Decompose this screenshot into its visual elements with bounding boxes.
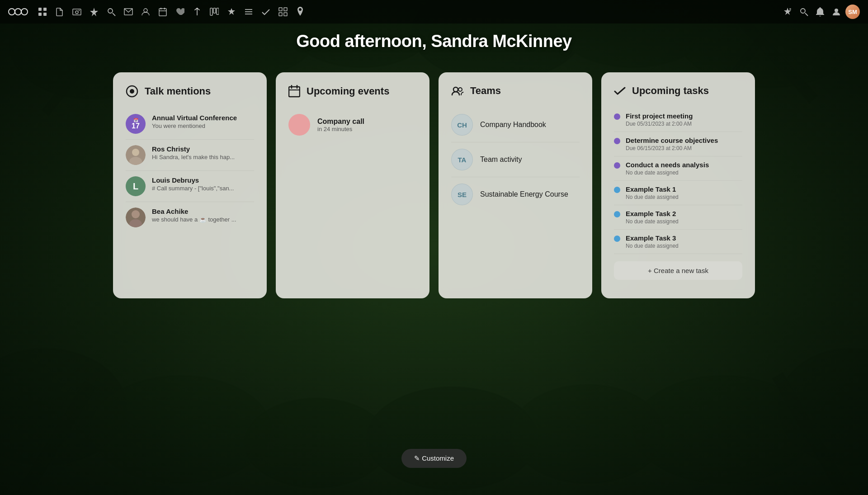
task-details-1: First project meeting Due 05/31/2023 at …	[626, 112, 693, 127]
mention-avatar-4	[126, 207, 146, 227]
svg-rect-52	[279, 8, 282, 11]
activity-nav-icon[interactable]	[87, 5, 101, 19]
contacts-nav-header-icon[interactable]	[829, 5, 844, 19]
task-due-4: No due date assigned	[626, 194, 679, 200]
create-task-button[interactable]: + Create a new task	[614, 261, 742, 280]
deck-nav-icon[interactable]	[207, 5, 222, 19]
sparkle-nav-icon[interactable]	[780, 5, 795, 19]
svg-rect-38	[159, 9, 166, 16]
event-title-1: Company call	[317, 118, 364, 126]
svg-point-64	[132, 210, 140, 218]
greeting-section: Good afternoon, Sandra McKinney	[0, 32, 868, 51]
mention-preview-3: # Call summary - ["louis","san...	[152, 185, 254, 192]
mention-name-2: Ros Christy	[152, 145, 254, 153]
svg-rect-53	[284, 8, 287, 11]
mention-text-2: Ros Christy Hi Sandra, let's make this h…	[152, 145, 254, 160]
svg-point-59	[835, 9, 838, 12]
svg-rect-66	[289, 87, 300, 97]
task-dot-3	[614, 162, 620, 169]
upcoming-tasks-header: Upcoming tasks	[614, 85, 742, 97]
search-nav-icon[interactable]	[104, 5, 118, 19]
notes-nav-icon[interactable]	[190, 5, 204, 19]
grid-nav-icon[interactable]	[276, 5, 290, 19]
mention-item-1[interactable]: 📅 17 Annual Virtual Conference You were …	[126, 108, 254, 140]
task-dot-5	[614, 211, 620, 217]
svg-rect-27	[43, 8, 47, 11]
team-item-3[interactable]: SE Sustainable Energy Course	[451, 177, 580, 212]
mention-avatar-1: 📅 17	[126, 114, 146, 134]
mention-item-2[interactable]: Ros Christy Hi Sandra, let's make this h…	[126, 140, 254, 171]
svg-rect-28	[38, 13, 42, 16]
task-name-2: Determine course objectives	[626, 137, 718, 144]
mention-item-4[interactable]: Bea Achike we should have a ☕ together .…	[126, 202, 254, 233]
greeting-text: Good afternoon, Sandra McKinney	[0, 32, 868, 51]
svg-rect-26	[38, 8, 42, 11]
event-time-1: in 24 minutes	[317, 126, 364, 132]
task-name-1: First project meeting	[626, 112, 693, 120]
upcoming-events-title: Upcoming events	[307, 85, 389, 97]
task-name-5: Example Task 2	[626, 210, 679, 217]
team-avatar-1: CH	[451, 114, 473, 136]
teams-card: Teams CH Company Handbook TA Team activi…	[439, 72, 592, 298]
task-item-1[interactable]: First project meeting Due 05/31/2023 at …	[614, 108, 742, 132]
mention-preview-4: we should have a ☕ together ...	[152, 216, 254, 223]
svg-point-62	[132, 149, 139, 156]
team-avatar-3: SE	[451, 184, 473, 205]
svg-marker-33	[90, 8, 98, 16]
team-item-2[interactable]: TA Team activity	[451, 142, 580, 177]
svg-point-9	[244, 398, 389, 488]
svg-point-65	[129, 219, 142, 227]
upcoming-events-header: Upcoming events	[288, 85, 417, 98]
task-item-6[interactable]: Example Task 3 No due date assigned	[614, 230, 742, 254]
svg-point-63	[129, 157, 142, 165]
task-due-6: No due date assigned	[626, 243, 679, 249]
task-due-5: No due date assigned	[626, 218, 679, 225]
mention-item-3[interactable]: L Louis Debruys # Call summary - ["louis…	[126, 171, 254, 202]
event-item-1[interactable]: Company call in 24 minutes	[288, 108, 417, 141]
contacts-nav-icon[interactable]	[138, 5, 153, 19]
svg-point-24	[15, 9, 21, 15]
talk-icon	[126, 85, 138, 98]
mention-text-3: Louis Debruys # Call summary - ["louis",…	[152, 176, 254, 192]
app-logo[interactable]	[8, 6, 28, 17]
talk-mentions-header: Talk mentions	[126, 85, 254, 98]
photos-nav-icon[interactable]	[70, 5, 84, 19]
mention-text-1: Annual Virtual Conference You were menti…	[152, 114, 254, 129]
user-avatar[interactable]: SM	[845, 5, 860, 19]
calendar-nav-icon[interactable]	[156, 5, 170, 19]
svg-point-8	[90, 375, 271, 484]
svg-rect-55	[284, 13, 287, 16]
task-item-2[interactable]: Determine course objectives Due 06/15/20…	[614, 132, 742, 156]
event-details-1: Company call in 24 minutes	[317, 118, 364, 132]
list-nav-icon[interactable]	[241, 5, 256, 19]
svg-line-58	[805, 13, 808, 16]
event-dot-1	[288, 114, 310, 136]
task-dot-6	[614, 236, 620, 242]
maps-nav-icon[interactable]	[293, 5, 307, 19]
apps-nav-icon[interactable]	[35, 5, 50, 19]
svg-point-32	[79, 10, 80, 11]
svg-rect-29	[43, 13, 47, 16]
customize-button[interactable]: ✎ Customize	[401, 449, 467, 468]
task-item-5[interactable]: Example Task 2 No due date assigned	[614, 205, 742, 230]
dashboard-cards: Talk mentions 📅 17 Annual Virtual Confer…	[113, 72, 755, 298]
task-due-3: No due date assigned	[626, 170, 709, 176]
task-item-4[interactable]: Example Task 1 No due date assigned	[614, 181, 742, 205]
tasks-nav-icon[interactable]	[259, 5, 273, 19]
nav-right: SM	[780, 5, 860, 19]
task-item-3[interactable]: Conduct a needs analysis No due date ass…	[614, 156, 742, 181]
mention-preview-2: Hi Sandra, let's make this hap...	[152, 154, 254, 160]
search-global-nav-icon[interactable]	[797, 5, 811, 19]
team-item-1[interactable]: CH Company Handbook	[451, 108, 580, 142]
teams-title: Teams	[470, 85, 501, 97]
mail-nav-icon[interactable]	[121, 5, 136, 19]
mention-name-4: Bea Achike	[152, 207, 254, 215]
svg-rect-45	[210, 8, 212, 15]
files-nav-icon[interactable]	[52, 5, 67, 19]
teams-header: Teams	[451, 85, 580, 97]
tasks-card-icon	[614, 86, 626, 96]
featured-nav-icon[interactable]	[224, 5, 239, 19]
notifications-nav-icon[interactable]	[813, 5, 827, 19]
health-nav-icon[interactable]	[173, 5, 187, 19]
svg-line-18	[23, 384, 90, 495]
